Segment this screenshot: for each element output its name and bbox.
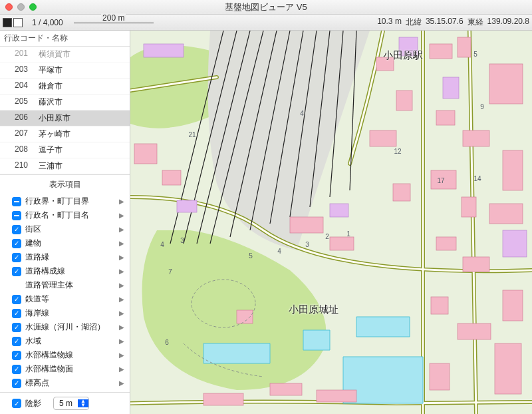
chevron-right-icon: ▶: [119, 379, 124, 387]
lon-value: 139.09.20.8: [487, 17, 529, 28]
layer-row[interactable]: 道路構成線▶: [0, 264, 130, 278]
svg-rect-10: [436, 237, 456, 250]
elevation-readout: 10.3 m: [377, 17, 402, 28]
map-annotation-number: 7: [168, 268, 172, 276]
chevron-right-icon: ▶: [119, 351, 124, 359]
layer-checkbox[interactable]: [12, 253, 21, 262]
shade-checkbox[interactable]: [12, 399, 21, 408]
svg-rect-31: [330, 204, 348, 217]
chevron-right-icon: ▶: [119, 282, 124, 289]
layer-row[interactable]: 水涯線（河川・湖沼）▶: [0, 320, 130, 334]
layer-checkbox[interactable]: [12, 379, 21, 388]
layer-row[interactable]: 行政名・町丁目名▶: [0, 208, 130, 222]
layer-checkbox[interactable]: [12, 351, 21, 360]
city-name: 小田原市: [39, 112, 70, 124]
toolbar-icon-a[interactable]: [3, 18, 12, 27]
city-row[interactable]: 207茅ヶ崎市: [0, 126, 130, 142]
svg-rect-17: [376, 57, 394, 71]
city-list-header: 行政コード・名称: [0, 31, 130, 47]
layer-row[interactable]: 標高点▶: [0, 376, 130, 390]
map-annotation-number: 3: [180, 237, 184, 244]
layer-checkbox[interactable]: [12, 225, 21, 234]
city-row[interactable]: 201横須賀市: [0, 47, 130, 63]
scale-bar: 200 m: [74, 18, 154, 27]
chevron-right-icon: ▶: [119, 296, 124, 303]
chevron-right-icon: ▶: [119, 323, 124, 331]
city-row[interactable]: 208逗子市: [0, 142, 130, 158]
layer-label: 建物: [25, 238, 41, 249]
map-annotation-number: 5: [473, 51, 477, 58]
city-list[interactable]: 201横須賀市203平塚市204鎌倉市205藤沢市206小田原市207茅ヶ崎市2…: [0, 47, 130, 174]
map-annotation-number: 2: [325, 233, 329, 240]
chevron-right-icon: ▶: [119, 240, 124, 247]
city-code: 206: [15, 112, 35, 124]
layer-row[interactable]: 鉄道等▶: [0, 292, 130, 306]
layer-row[interactable]: 水部構造物線▶: [0, 348, 130, 362]
layer-checkbox[interactable]: [12, 323, 21, 332]
layer-label: 等高線: [25, 391, 49, 392]
svg-rect-29: [144, 44, 184, 57]
chevron-right-icon: ▶: [119, 268, 124, 275]
map-annotation-number: 4: [277, 248, 281, 255]
chevron-right-icon: ▶: [119, 226, 124, 233]
layer-label: 水部構造物面: [25, 363, 73, 375]
toolbar: 1 / 4,000 200 m 10.3 m 北緯 35.15.07.6 東経 …: [0, 15, 532, 31]
svg-rect-13: [431, 297, 448, 314]
city-code: 201: [15, 49, 35, 60]
layer-checkbox[interactable]: [12, 309, 21, 318]
stepper-icon: ▲▼: [78, 399, 88, 407]
city-name: 鎌倉市: [39, 81, 63, 92]
layer-checkbox[interactable]: [12, 295, 21, 304]
layer-row[interactable]: 街区▶: [0, 222, 130, 236]
map-annotation-number: 6: [165, 339, 169, 346]
layer-row[interactable]: 行政界・町丁目界▶: [0, 194, 130, 208]
shade-label: 陰影: [25, 398, 41, 409]
svg-rect-32: [177, 200, 197, 212]
city-code: 203: [15, 65, 35, 76]
chevron-right-icon: ▶: [119, 212, 124, 219]
city-row[interactable]: 206小田原市: [0, 110, 130, 126]
city-row[interactable]: 205藤沢市: [0, 95, 130, 110]
layer-checkbox[interactable]: [12, 197, 21, 206]
svg-rect-23: [134, 144, 157, 164]
layer-checkbox[interactable]: [12, 337, 21, 346]
layer-label: 道路管理主体: [25, 280, 73, 291]
layer-row[interactable]: 道路縁▶: [0, 250, 130, 264]
svg-rect-15: [495, 343, 521, 394]
map-annotation-number: 1: [346, 230, 350, 238]
layer-row[interactable]: 海岸線▶: [0, 306, 130, 320]
sidebar: 行政コード・名称 201横須賀市203平塚市204鎌倉市205藤沢市206小田原…: [0, 31, 130, 414]
layer-row[interactable]: 水部構造物面▶: [0, 362, 130, 376]
layer-checkbox[interactable]: [12, 267, 21, 276]
city-code: 205: [15, 97, 35, 108]
map-canvas[interactable]: 54219121714123453476 小田原駅小田原城址: [130, 31, 532, 414]
svg-rect-9: [489, 204, 523, 224]
city-row[interactable]: 204鎌倉市: [0, 79, 130, 95]
svg-rect-4: [436, 110, 455, 125]
svg-rect-21: [290, 217, 323, 233]
layer-row[interactable]: 道路管理主体▶: [0, 278, 130, 292]
layer-checkbox[interactable]: [12, 211, 21, 220]
city-row[interactable]: 210三浦市: [0, 158, 130, 174]
city-name: 平塚市: [39, 65, 63, 76]
shade-step-select[interactable]: 5 m ▲▼: [53, 397, 89, 410]
chevron-right-icon: ▶: [119, 310, 124, 317]
toolbar-icon-b[interactable]: [13, 18, 23, 27]
city-code: 208: [15, 144, 35, 156]
city-name: 逗子市: [39, 144, 63, 156]
svg-rect-20: [393, 184, 410, 201]
svg-rect-1: [430, 44, 452, 59]
svg-rect-24: [162, 170, 181, 185]
map-annotation-number: 9: [480, 103, 484, 110]
layer-row[interactable]: 建物▶: [0, 236, 130, 250]
svg-rect-3: [489, 64, 523, 104]
map-annotation-number: 17: [437, 177, 445, 184]
layer-label: 道路縁: [25, 252, 49, 263]
map-annotation-number: 3: [305, 241, 309, 248]
layer-checkbox[interactable]: [12, 239, 21, 248]
layer-row[interactable]: 水域▶: [0, 334, 130, 348]
layer-label: 水涯線（河川・湖沼）: [25, 321, 105, 333]
layer-row[interactable]: 等高線▶: [0, 390, 130, 392]
layer-checkbox[interactable]: [12, 365, 21, 374]
city-row[interactable]: 203平塚市: [0, 63, 130, 79]
